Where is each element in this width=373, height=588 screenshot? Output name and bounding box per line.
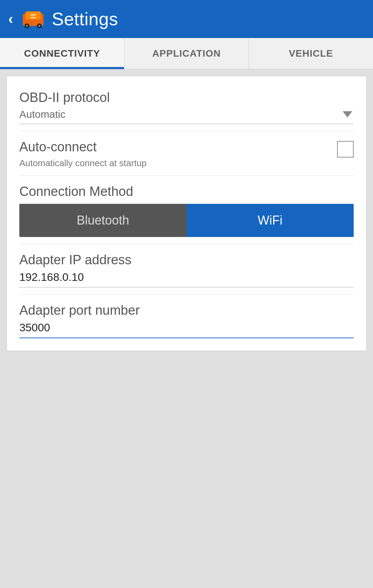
- auto-connect-row: Auto-connect Automatically connect at st…: [19, 140, 354, 169]
- auto-connect-section: Auto-connect Automatically connect at st…: [19, 131, 354, 176]
- back-icon[interactable]: ‹: [8, 12, 13, 26]
- obd-protocol-section: OBD-II protocol Automatic: [19, 87, 354, 131]
- header-title: Settings: [52, 9, 118, 29]
- tab-vehicle[interactable]: VEHICLE: [249, 38, 373, 69]
- tab-application[interactable]: APPLICATION: [124, 38, 249, 69]
- adapter-port-label: Adapter port number: [19, 303, 354, 318]
- app-logo: [21, 7, 46, 31]
- adapter-ip-label: Adapter IP address: [19, 253, 354, 267]
- obd-protocol-value: Automatic: [19, 108, 65, 120]
- auto-connect-label: Auto-connect: [19, 140, 147, 154]
- svg-point-5: [38, 25, 40, 27]
- bluetooth-button[interactable]: Bluetooth: [19, 204, 186, 237]
- adapter-ip-input-row: 192.168.0.10: [19, 271, 354, 287]
- dropdown-arrow-icon: [343, 111, 352, 117]
- auto-connect-subtitle: Automatically connect at startup: [19, 158, 147, 169]
- tab-bar: CONNECTIVITY APPLICATION VEHICLE: [0, 38, 373, 69]
- wifi-button[interactable]: WiFi: [186, 204, 354, 237]
- adapter-ip-section: Adapter IP address 192.168.0.10: [19, 244, 354, 295]
- connection-method-section: Connection Method Bluetooth WiFi: [19, 176, 354, 244]
- connection-method-toggle: Bluetooth WiFi: [19, 204, 354, 237]
- obd-protocol-label: OBD-II protocol: [19, 90, 354, 105]
- adapter-ip-value[interactable]: 192.168.0.10: [19, 271, 84, 283]
- adapter-port-section: Adapter port number 35000: [19, 295, 354, 338]
- connection-method-label: Connection Method: [19, 184, 354, 199]
- svg-rect-6: [30, 14, 36, 16]
- tab-connectivity[interactable]: CONNECTIVITY: [0, 38, 124, 69]
- svg-rect-7: [30, 17, 36, 18]
- obd-protocol-dropdown[interactable]: Automatic: [19, 108, 354, 124]
- auto-connect-text: Auto-connect Automatically connect at st…: [19, 140, 147, 169]
- auto-connect-checkbox[interactable]: [337, 141, 354, 158]
- settings-card: OBD-II protocol Automatic Auto-connect A…: [7, 76, 366, 351]
- main-content: OBD-II protocol Automatic Auto-connect A…: [0, 69, 373, 361]
- adapter-port-value[interactable]: 35000: [19, 321, 50, 334]
- svg-point-3: [26, 25, 28, 27]
- app-header: ‹ Settings: [0, 0, 373, 38]
- adapter-port-input-row: 35000: [19, 321, 354, 338]
